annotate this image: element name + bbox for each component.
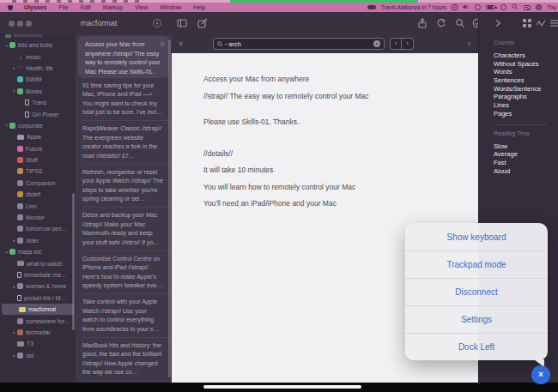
sidebar-item-label: pocket-lint / M… bbox=[24, 295, 66, 301]
chevron-right-icon[interactable]: ▸ bbox=[11, 329, 17, 335]
sheet-item-6[interactable]: Customise Control Centre on iPhone and i… bbox=[76, 251, 172, 295]
remote-menu-item-trackpad-mode[interactable]: Trackpad mode bbox=[405, 250, 548, 278]
sidebar-item-pocket-lint-m[interactable]: pocket-lint / M… bbox=[0, 292, 76, 304]
search-collapse-chevron-icon[interactable]: ∨ bbox=[467, 40, 471, 47]
chevron-right-icon[interactable]: ▸ bbox=[11, 353, 17, 358]
spotlight-icon[interactable] bbox=[512, 3, 519, 11]
search-prev-button[interactable]: ‹ bbox=[391, 39, 402, 49]
remote-menu-item-show-keyboard[interactable]: Show keyboard bbox=[405, 223, 548, 250]
panel-collapse-chevron-icon[interactable] bbox=[493, 18, 503, 28]
sidebar-item-stuff[interactable]: Stuff bbox=[0, 154, 76, 166]
window-close-button[interactable] bbox=[9, 21, 15, 27]
menu-help[interactable]: Help bbox=[187, 4, 211, 10]
remote-menu-item-dock-left[interactable]: Dock Left bbox=[405, 333, 548, 360]
dashboard-activity-icon[interactable] bbox=[536, 18, 546, 28]
menu-file[interactable]: File bbox=[52, 4, 74, 10]
sheet-item-2[interactable]: 91 time saving tips for your Mac, iPhone… bbox=[76, 78, 172, 122]
quick-export-icon[interactable] bbox=[436, 18, 446, 28]
group-options-chevron-icon[interactable]: ▾ bbox=[153, 19, 161, 27]
chevron-right-icon[interactable]: ▸ bbox=[11, 284, 17, 289]
folder-icon bbox=[9, 249, 15, 255]
sidebar-item-music[interactable]: ♪music bbox=[0, 51, 76, 62]
chevron-right-icon[interactable]: ▸ bbox=[11, 65, 17, 70]
menu-ulysses[interactable]: Ulysses bbox=[18, 4, 52, 10]
sidebar-item-books[interactable]: ▾Books bbox=[0, 86, 76, 97]
sidebar-item-apple[interactable]: Apple bbox=[0, 131, 76, 142]
sidebar-item-immediate-ma[interactable]: immediate ma… bbox=[0, 269, 76, 280]
sidebar-item-what-to-watch[interactable]: what to watch bbox=[0, 257, 76, 268]
sidebar-scrollbar[interactable] bbox=[72, 193, 75, 330]
menu-view[interactable]: View bbox=[129, 4, 154, 10]
sidebar-item-mags-etc[interactable]: ▾mags etc bbox=[0, 246, 76, 257]
sidebar-item-label: macformat bbox=[28, 306, 56, 312]
sidebar-item-tipss[interactable]: TIPSS bbox=[0, 166, 76, 177]
close-remote-menu-button[interactable]: × bbox=[531, 365, 550, 384]
remote-menu-item-settings[interactable]: Settings bbox=[405, 305, 548, 333]
sidebar-item-label: Health, life bbox=[26, 65, 53, 71]
box-icon bbox=[17, 180, 23, 186]
siri-icon[interactable] bbox=[536, 4, 542, 10]
cloud-icon[interactable] bbox=[367, 5, 376, 9]
sheet-item-8[interactable]: MacBook hits and history: the good, the … bbox=[76, 338, 172, 382]
chevron-down-icon[interactable]: ▾ bbox=[3, 123, 9, 128]
chevron-down-icon[interactable]: ▾ bbox=[11, 88, 17, 93]
sidebar-item-woman-home[interactable]: ▸woman & home bbox=[0, 280, 76, 292]
window-minimize-button[interactable] bbox=[17, 21, 23, 27]
sidebar-item-corporate[interactable]: ▾corporate bbox=[0, 120, 76, 131]
sidebar-item-t3[interactable]: T3 bbox=[0, 338, 76, 349]
sheet-item-1[interactable]: Access your Mac from anywhere //strap// … bbox=[78, 36, 169, 78]
sheet-item-5[interactable]: Detox and backup your Mac //strap// Make… bbox=[76, 208, 172, 251]
sidebar-item-movavi[interactable]: Movavi bbox=[0, 212, 76, 223]
sidebar-item-old[interactable]: ▸old bbox=[0, 350, 76, 361]
menu-markup[interactable]: Markup bbox=[97, 4, 129, 10]
apple-menu-icon[interactable] bbox=[8, 5, 13, 10]
menu-bar-clock[interactable]: Thu bbox=[547, 4, 558, 10]
sidebar-item-macformat[interactable]: macformat bbox=[2, 304, 74, 315]
sheet-item-3[interactable]: RapidWeaver Classic //strap// The evergr… bbox=[76, 121, 172, 165]
sidebar-item-tomorrow-peo[interactable]: tomorrow peo… bbox=[0, 223, 76, 234]
new-sheet-icon[interactable] bbox=[197, 18, 208, 28]
sidebar-item-trans[interactable]: Trans bbox=[0, 97, 76, 108]
sheet-item-7[interactable]: Take control with your Apple Watch //str… bbox=[76, 294, 172, 338]
window-zoom-button[interactable] bbox=[26, 21, 32, 27]
menu-window[interactable]: Window bbox=[154, 4, 187, 10]
dashboard-list-icon[interactable] bbox=[549, 18, 558, 28]
battery-icon[interactable] bbox=[486, 5, 495, 10]
user-icon[interactable] bbox=[500, 4, 506, 10]
reading-item-average: Average bbox=[494, 150, 558, 159]
control-center-icon[interactable] bbox=[524, 5, 531, 10]
search-next-button[interactable]: › bbox=[402, 39, 413, 49]
menu-edit[interactable]: Edit bbox=[75, 4, 97, 10]
sidebar-item-linn[interactable]: Linn bbox=[0, 200, 76, 211]
search-scope-chevron-icon[interactable]: ▾ bbox=[225, 42, 227, 46]
focus-status-text[interactable]: Travis Alabanza in 7 hours bbox=[381, 4, 446, 10]
dashboard-grid-icon[interactable] bbox=[522, 18, 532, 28]
sidebar-item-older[interactable]: ▸older bbox=[0, 235, 76, 246]
speaker-icon[interactable] bbox=[463, 3, 470, 11]
chevron-down-icon[interactable]: ▾ bbox=[3, 250, 9, 255]
chevron-down-icon[interactable]: ▾ bbox=[3, 43, 9, 48]
sidebar-item-somewhere-for[interactable]: somewhere for… bbox=[0, 315, 76, 326]
home-indicator[interactable] bbox=[203, 385, 361, 389]
clear-search-icon[interactable]: × bbox=[373, 40, 380, 47]
search-query-text: arch bbox=[228, 40, 372, 48]
remote-menu-item-disconnect[interactable]: Disconnect bbox=[405, 278, 548, 305]
sidebar-item-techradar[interactable]: ▸techradar bbox=[0, 327, 76, 338]
clock-icon[interactable] bbox=[475, 4, 481, 10]
chevron-right-icon[interactable]: ▸ bbox=[11, 238, 17, 243]
share-icon[interactable] bbox=[417, 18, 428, 28]
sidebar-item-distell[interactable]: distell bbox=[0, 189, 76, 200]
sidebar-item-future[interactable]: Future bbox=[0, 143, 76, 154]
input-source-icon[interactable]: A bbox=[452, 4, 458, 10]
search-icon[interactable] bbox=[455, 18, 465, 28]
sidebar-toggle-icon[interactable] bbox=[177, 18, 187, 28]
sidebar-item-swim[interactable]: SWIM bbox=[0, 74, 76, 85]
sheet-list-scrollbar[interactable] bbox=[168, 39, 172, 377]
search-input[interactable]: ▾ arch × bbox=[213, 38, 385, 50]
sidebar-item-bits-and-bobs[interactable]: ▾bits and bobs bbox=[0, 39, 76, 51]
sidebar-item-companion[interactable]: Companion bbox=[0, 178, 76, 189]
sidebar-item-girl-power[interactable]: Girl Power bbox=[0, 108, 76, 119]
sidebar-item-health-life[interactable]: ▸♡Health, life bbox=[0, 63, 76, 74]
close-search-icon[interactable]: × bbox=[179, 39, 189, 48]
sheet-item-4[interactable]: Refresh, reorganise or reset your Apple … bbox=[76, 165, 172, 208]
